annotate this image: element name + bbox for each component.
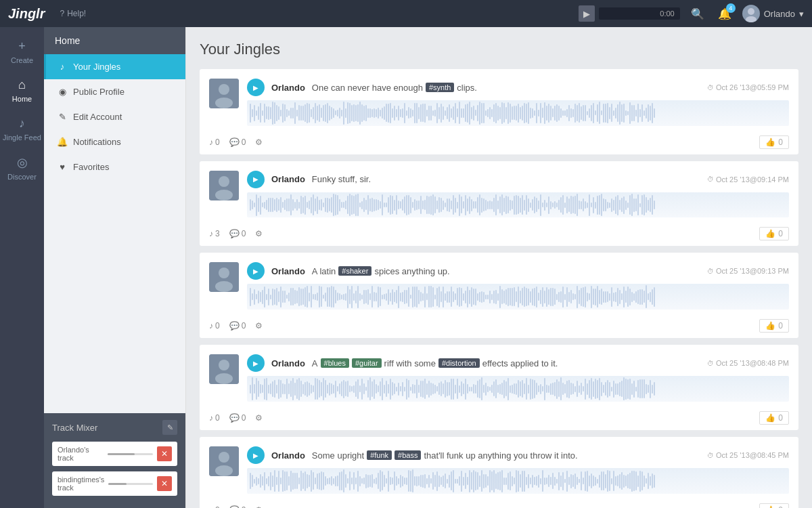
sidebar-item-home[interactable]: ⌂ Home xyxy=(0,71,44,110)
svg-point-13 xyxy=(215,373,233,384)
like-button[interactable]: 👍 0 xyxy=(759,135,789,149)
jingle-meta-left: ♪ 0 💬 0 ⚙ xyxy=(209,137,263,147)
jingle-play-button[interactable]: ▶ xyxy=(247,171,265,188)
jingle-meta-left: ♪ 3 💬 0 ⚙ xyxy=(209,229,263,238)
waveform[interactable] xyxy=(247,192,789,218)
waveform-bars xyxy=(247,376,789,402)
user-menu[interactable]: Orlando ▾ xyxy=(742,5,804,22)
like-button[interactable]: 👍 0 xyxy=(759,411,789,425)
jingle-play-button[interactable]: ▶ xyxy=(247,446,265,464)
gear-icon[interactable]: ⚙ xyxy=(255,229,263,238)
jingle-text-part: that'll funk up anything you throw it in… xyxy=(424,450,577,461)
track-volume-slider[interactable] xyxy=(108,453,154,455)
tag[interactable]: #distortion xyxy=(438,358,480,368)
waveform[interactable] xyxy=(247,100,789,126)
mid-nav-public-profile[interactable]: ◉ Public Profile xyxy=(44,79,185,104)
track-remove-button[interactable]: ✕ xyxy=(157,476,172,491)
tag[interactable]: #bass xyxy=(394,450,421,460)
waveform[interactable] xyxy=(247,468,789,494)
jingle-text: Funky stuff, sir. xyxy=(312,174,371,184)
settings-item[interactable]: ⚙ xyxy=(255,229,263,238)
svg-point-0 xyxy=(748,8,754,15)
jingle-text: One can never have enough #synth clips. xyxy=(312,83,477,93)
jingle-card-body: ▶ Orlando A #blues #guitar riff with som… xyxy=(200,345,798,408)
mid-nav-edit-account[interactable]: ✎ Edit Account xyxy=(44,104,185,129)
sidebar-item-discover[interactable]: ◎ Discover xyxy=(0,148,44,188)
play-button-top[interactable]: ▶ xyxy=(579,5,595,22)
like-button[interactable]: 👍 0 xyxy=(759,319,789,333)
like-button[interactable]: 👍 0 xyxy=(759,503,789,508)
tag[interactable]: #blues xyxy=(321,358,349,368)
sidebar-item-jingle-feed[interactable]: ♪ Jingle Feed xyxy=(0,110,44,148)
settings-item[interactable]: ⚙ xyxy=(255,137,263,147)
sidebar-item-create[interactable]: + Create xyxy=(0,33,44,71)
jingle-username: Orlando xyxy=(271,358,305,368)
remix-number: 0 xyxy=(215,413,220,423)
home-icon: ⌂ xyxy=(18,78,26,92)
gear-icon[interactable]: ⚙ xyxy=(255,413,263,423)
thumbs-up-icon: 👍 xyxy=(765,137,775,147)
remix-count: ♪ 0 xyxy=(209,413,220,423)
jingle-text: Some upright #funk #bass that'll funk up… xyxy=(312,450,578,461)
gear-icon[interactable]: ⚙ xyxy=(255,505,263,508)
comment-icon: 💬 xyxy=(229,413,240,423)
track-volume-slider[interactable] xyxy=(108,483,153,485)
clock-icon: ⏱ xyxy=(707,84,714,91)
jingle-play-button[interactable]: ▶ xyxy=(247,354,265,372)
track-mixer-edit-button[interactable]: ✎ xyxy=(162,420,177,435)
tag[interactable]: #guitar xyxy=(352,358,382,368)
nav-label: Favorites xyxy=(73,162,109,172)
gear-icon[interactable]: ⚙ xyxy=(255,137,263,147)
jingle-card-body: ▶ Orlando One can never have enough #syn… xyxy=(200,69,798,133)
left-sidebar: + Create ⌂ Home ♪ Jingle Feed ◎ Discover xyxy=(0,27,44,508)
jingle-text-part: Some upright xyxy=(312,450,364,461)
search-button[interactable]: 🔍 xyxy=(688,5,707,23)
comment-number: 0 xyxy=(242,229,246,238)
remix-count: ♪ 0 xyxy=(209,137,220,147)
help-link[interactable]: ? Help! xyxy=(60,9,86,18)
settings-item[interactable]: ⚙ xyxy=(255,321,263,331)
settings-item[interactable]: ⚙ xyxy=(255,413,263,423)
chevron-down-icon: ▾ xyxy=(799,9,804,19)
jingle-username: Orlando xyxy=(271,83,305,93)
avatar xyxy=(209,262,239,292)
mid-nav-favorites[interactable]: ♥ Favorites xyxy=(44,154,185,179)
mid-nav-notifications[interactable]: 🔔 Notifications xyxy=(44,129,185,154)
remix-number: 0 xyxy=(215,505,220,508)
gear-icon[interactable]: ⚙ xyxy=(255,321,263,331)
mid-nav-your-jingles[interactable]: ♪ Your Jingles xyxy=(44,54,185,79)
track-remove-button[interactable]: ✕ xyxy=(157,446,172,461)
pencil-icon: ✎ xyxy=(57,112,68,122)
settings-item[interactable]: ⚙ xyxy=(255,505,263,508)
jingle-play-button[interactable]: ▶ xyxy=(247,79,265,96)
plus-icon: + xyxy=(18,39,26,54)
tag[interactable]: #funk xyxy=(367,450,392,460)
like-button[interactable]: 👍 0 xyxy=(759,227,789,240)
jingle-meta-row: ♪ 0 💬 0 ⚙ 👍 0 xyxy=(200,133,798,154)
tag[interactable]: #synth xyxy=(426,83,454,92)
comment-number: 0 xyxy=(242,505,246,508)
svg-point-9 xyxy=(219,268,229,278)
tag[interactable]: #shaker xyxy=(338,266,371,276)
jingle-card: ▶ Orlando A #blues #guitar riff with som… xyxy=(200,345,798,430)
sidebar-item-label: Home xyxy=(12,95,32,103)
remix-count: ♪ 0 xyxy=(209,505,220,508)
nav-label: Edit Account xyxy=(73,112,122,122)
notifications-button[interactable]: 🔔 4 xyxy=(715,5,734,23)
comment-icon: 💬 xyxy=(229,505,240,508)
jingle-play-button[interactable]: ▶ xyxy=(247,262,265,280)
nav-label: Public Profile xyxy=(73,87,125,97)
thumbs-up-icon: 👍 xyxy=(765,505,775,508)
mid-sidebar-home[interactable]: Home xyxy=(44,27,185,54)
svg-point-7 xyxy=(215,190,233,200)
svg-point-1 xyxy=(746,16,757,22)
track-mixer-header: Track Mixer ✎ xyxy=(52,420,177,435)
jingle-text: A #blues #guitar riff with some #distort… xyxy=(312,358,558,368)
remix-count: ♪ 0 xyxy=(209,321,220,331)
jingle-text-part: One can never have enough xyxy=(312,83,423,93)
jingle-card: ▶ Orlando Funky stuff, sir. ⏱ Oct 25 '13… xyxy=(200,161,798,247)
comment-count: 💬 0 xyxy=(229,505,246,508)
waveform[interactable] xyxy=(247,376,789,402)
jingles-list: ▶ Orlando One can never have enough #syn… xyxy=(200,69,798,508)
waveform[interactable] xyxy=(247,284,789,310)
